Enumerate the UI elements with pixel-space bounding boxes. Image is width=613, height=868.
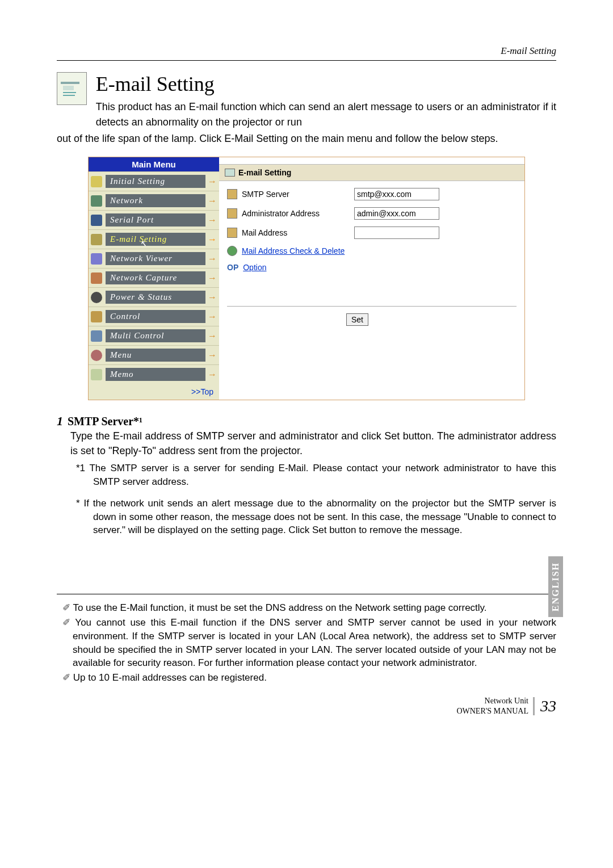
arrow-right-icon: →: [208, 312, 217, 322]
main-menu-sidebar: Main Menu Initial Setting → Network → Se…: [89, 157, 219, 400]
arrow-right-icon: →: [208, 234, 217, 245]
option-prefix: OP: [227, 263, 238, 272]
cursor-icon: ↖: [140, 238, 148, 249]
menu-label: Network Capture: [110, 273, 177, 283]
main-menu-header: Main Menu: [89, 157, 219, 171]
arrow-right-icon: →: [208, 196, 217, 206]
top-link[interactable]: >>Top: [89, 384, 219, 400]
note-2: You cannot use this E-mail function if t…: [57, 616, 556, 670]
menu-item-power-status[interactable]: Power & Status →: [89, 287, 219, 307]
menu-item-control[interactable]: Control →: [89, 307, 219, 326]
arrow-right-icon: →: [208, 254, 217, 264]
power-icon: [91, 292, 102, 303]
check-icon: [227, 246, 237, 256]
lock-icon: [91, 176, 102, 187]
header-label: E-mail Setting: [57, 45, 556, 61]
smtp-label: SMTP Server: [242, 190, 350, 199]
option-link[interactable]: Option: [243, 263, 266, 272]
title-icon: [57, 72, 87, 105]
arrow-right-icon: →: [208, 273, 217, 283]
menu-label: Memo: [110, 370, 134, 379]
set-button[interactable]: Set: [346, 313, 368, 326]
english-tab: ENGLISH: [548, 556, 563, 617]
mail-icon: [225, 169, 235, 177]
arrow-right-icon: →: [208, 215, 217, 225]
menu-label: E-mail Setting: [110, 234, 167, 244]
note-1: To use the E-Mail function, it must be s…: [57, 601, 556, 615]
page-number: 33: [533, 697, 556, 715]
menu-item-multi-control[interactable]: Multi Control →: [89, 326, 219, 345]
menu-label: Network Viewer: [110, 254, 173, 263]
arrow-right-icon: →: [208, 177, 217, 187]
arrow-right-icon: →: [208, 331, 217, 341]
mail-address-input[interactable]: [354, 227, 439, 239]
menu-label: Multi Control: [110, 331, 164, 341]
admin-label: Administrator Address: [242, 209, 350, 218]
intro-text-below: out of the life span of the lamp. Click …: [57, 131, 556, 146]
intro-text-top: This product has an E-mail function whic…: [96, 99, 556, 130]
menu-icon: [91, 350, 102, 361]
form-area: E-mail Setting SMTP Server Administrator…: [219, 157, 524, 400]
menu-item-memo[interactable]: Memo →: [89, 364, 219, 384]
arrow-right-icon: →: [208, 370, 217, 380]
menu-label: Power & Status: [110, 292, 172, 302]
step-title: SMTP Server*¹: [68, 415, 142, 428]
menu-label: Control: [110, 312, 140, 321]
menu-label: Initial Setting: [110, 177, 165, 186]
menu-label: Serial Port: [110, 215, 154, 225]
footer-line1: Network Unit: [456, 696, 528, 706]
serial-icon: [91, 215, 102, 226]
admin-address-input[interactable]: [354, 207, 439, 220]
smtp-server-input[interactable]: [354, 188, 439, 200]
menu-item-network[interactable]: Network →: [89, 191, 219, 210]
arrow-right-icon: →: [208, 292, 217, 303]
menu-item-serial-port[interactable]: Serial Port →: [89, 210, 219, 229]
menu-item-network-capture[interactable]: Network Capture →: [89, 268, 219, 287]
check-delete-link[interactable]: Mail Address Check & Delete: [242, 246, 345, 255]
step-number: 1: [57, 414, 63, 429]
menu-label: Menu: [110, 350, 132, 360]
form-header: E-mail Setting: [219, 164, 524, 181]
network-icon: [91, 195, 102, 207]
footnote-1: *1 The SMTP server is a server for sendi…: [76, 462, 556, 489]
page-title: E-mail Setting: [96, 72, 556, 96]
separator: [227, 306, 517, 307]
mail-icon: [91, 234, 102, 245]
menu-item-email-setting[interactable]: E-mail Setting↖ →: [89, 229, 219, 249]
capture-icon: [91, 272, 102, 284]
viewer-icon: [91, 253, 102, 265]
server-icon: [227, 189, 237, 199]
note-3: Up to 10 E-mail addresses can be registe…: [57, 671, 556, 685]
multi-control-icon: [91, 330, 102, 342]
footnote-2: * If the network unit sends an alert mes…: [76, 497, 556, 537]
menu-label: Network: [110, 196, 143, 206]
arrow-right-icon: →: [208, 350, 217, 360]
step-body: Type the E-mail address of SMTP server a…: [70, 429, 556, 458]
admin-icon: [227, 208, 237, 219]
bottom-separator: [57, 594, 556, 594]
mail-addr-icon: [227, 228, 237, 238]
mail-label: Mail Address: [242, 228, 350, 237]
memo-icon: [91, 369, 102, 380]
menu-item-menu[interactable]: Menu →: [89, 345, 219, 364]
menu-item-initial-setting[interactable]: Initial Setting →: [89, 171, 219, 191]
form-header-label: E-mail Setting: [238, 168, 291, 177]
page-footer: Network Unit OWNER'S MANUAL 33: [57, 696, 556, 716]
footer-line2: OWNER'S MANUAL: [456, 706, 528, 716]
control-icon: [91, 311, 102, 322]
menu-item-network-viewer[interactable]: Network Viewer →: [89, 249, 219, 268]
config-screenshot: Main Menu Initial Setting → Network → Se…: [88, 157, 525, 400]
